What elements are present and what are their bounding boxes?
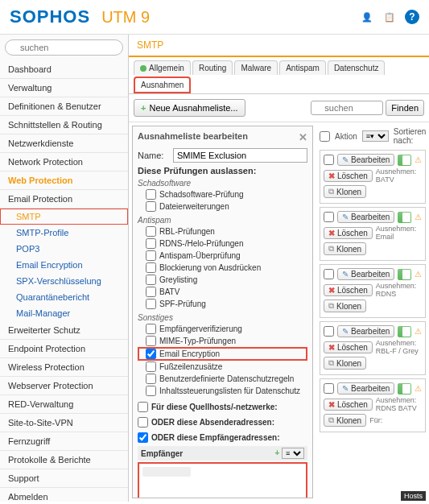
nav-site-vpn[interactable]: Site-to-Site-VPN [0, 414, 128, 432]
delete-button[interactable]: ✖Löschen [324, 341, 373, 353]
item-meta: Ausnehmen: RBL-F / Grey [376, 339, 422, 355]
tab-datenschutz[interactable]: Datenschutz [328, 60, 386, 75]
help-icon[interactable]: ? [405, 10, 419, 24]
toolbar-search-input[interactable] [311, 101, 383, 115]
clone-icon: ⧉ [328, 415, 334, 425]
name-label: Name: [138, 151, 170, 160]
chk-cc-lists[interactable]: Inhaltssteuerungslisten für Datenschutz [138, 385, 307, 397]
action-menu[interactable]: ≡▾ [362, 130, 389, 142]
clone-button[interactable]: ⧉Klonen [324, 185, 366, 198]
chk-batv[interactable]: BATV [138, 286, 307, 298]
delete-button[interactable]: ✖Löschen [324, 399, 373, 411]
edit-button[interactable]: ✎Bearbeiten [337, 382, 394, 395]
nav-erweiterter-schutz[interactable]: Erweiterter Schutz [0, 321, 128, 340]
nav-protokolle[interactable]: Protokolle & Berichte [0, 451, 128, 469]
clone-icon: ⧉ [328, 187, 334, 196]
tab-allgemein[interactable]: Allgemein [134, 60, 191, 75]
subnav-mail-manager[interactable]: Mail-Manager [0, 305, 128, 321]
nav-dashboard[interactable]: Dashboard [0, 60, 128, 79]
new-exception-label: Neue Ausnahmeliste... [149, 103, 237, 113]
subnav-spx[interactable]: SPX-Verschlüsselung [0, 273, 128, 289]
name-input[interactable] [173, 148, 307, 163]
nav-wireless-protection[interactable]: Wireless Protection [0, 358, 128, 377]
new-exception-button[interactable]: +Neue Ausnahmeliste... [134, 99, 245, 117]
enable-toggle[interactable] [398, 326, 411, 337]
find-button[interactable]: Finden [386, 100, 424, 116]
item-checkbox[interactable] [324, 383, 334, 394]
close-icon[interactable]: ✕ [299, 131, 307, 143]
chk-email-encryption[interactable]: Email Encryption [138, 347, 307, 361]
recipient-menu[interactable]: ≡ [282, 448, 304, 459]
tab-ausnahmen[interactable]: Ausnahmen [134, 76, 191, 93]
logo: SOPHOS [10, 6, 90, 27]
or-recipient-row[interactable]: ODER diese Empfängeradressen: [138, 432, 307, 443]
subnav-email-encryption[interactable]: Email Encryption [0, 257, 128, 273]
enable-toggle[interactable] [398, 212, 411, 223]
nav-verwaltung[interactable]: Verwaltung [0, 79, 128, 97]
nav-netzwerkdienste[interactable]: Netzwerkdienste [0, 134, 128, 153]
recipient-list-box[interactable] [138, 462, 307, 498]
or-sender-row[interactable]: ODER diese Absenderadressen: [138, 417, 307, 428]
nav-abmelden[interactable]: Abmelden [0, 488, 128, 502]
nav-web-protection[interactable]: Web Protection [0, 171, 128, 190]
item-checkbox[interactable] [324, 326, 334, 337]
recipient-entry[interactable] [142, 467, 191, 477]
chk-malware-av[interactable]: Schadsoftware-Prüfung [138, 188, 307, 200]
chk-antispam-check[interactable]: Antispam-Überprüfung [138, 250, 307, 262]
warning-icon: ⚠ [415, 384, 422, 394]
item-checkbox[interactable] [324, 155, 334, 165]
for-hosts-row[interactable]: Für diese Quellhosts/-netzwerke: [138, 402, 307, 412]
chk-recipient-verify[interactable]: Empfängerverifizierung [138, 323, 307, 335]
enable-toggle[interactable] [398, 383, 411, 395]
subnav-smtp[interactable]: SMTP [0, 209, 128, 225]
panel-title: Ausnahmeliste bearbeiten [138, 131, 248, 143]
delete-button[interactable]: ✖Löschen [324, 284, 373, 296]
tab-routing[interactable]: Routing [192, 60, 233, 75]
chk-greylisting[interactable]: Greylisting [138, 274, 307, 286]
nav-definitionen[interactable]: Definitionen & Benutzer [0, 97, 128, 116]
chk-mime[interactable]: MIME-Typ-Prüfungen [138, 335, 307, 347]
subnav-quarantaene[interactable]: Quarantänebericht [0, 289, 128, 305]
delete-button[interactable]: ✖Löschen [324, 227, 373, 239]
nav-network-protection[interactable]: Network Protection [0, 153, 128, 171]
chk-rdns[interactable]: RDNS-/Helo-Prüfungen [138, 238, 307, 250]
nav-red-verwaltung[interactable]: RED-Verwaltung [0, 395, 128, 414]
select-all-checkbox[interactable] [320, 131, 330, 142]
chk-expr-block[interactable]: Blockierung von Ausdrücken [138, 262, 307, 274]
clone-button[interactable]: ⧉Klonen [324, 300, 366, 312]
chk-file-ext[interactable]: Dateierweiterungen [138, 200, 307, 213]
clone-button[interactable]: ⧉Klonen [324, 242, 366, 255]
nav-fernzugriff[interactable]: Fernzugriff [0, 432, 128, 451]
edit-button[interactable]: ✎Bearbeiten [337, 154, 394, 166]
item-checkbox[interactable] [324, 212, 334, 222]
edit-button[interactable]: ✎Bearbeiten [337, 268, 394, 280]
subnav-smtp-profile[interactable]: SMTP-Profile [0, 225, 128, 241]
clipboard-icon[interactable]: 📋 [382, 10, 397, 24]
user-icon[interactable]: 👤 [360, 10, 374, 24]
chk-spf[interactable]: SPF-Prüfung [138, 298, 307, 310]
item-checkbox[interactable] [324, 269, 334, 279]
tab-malware[interactable]: Malware [234, 60, 278, 75]
tab-antispam[interactable]: Antispam [279, 60, 326, 75]
edit-button[interactable]: ✎Bearbeiten [337, 211, 394, 223]
delete-button[interactable]: ✖Löschen [324, 170, 373, 182]
enable-toggle[interactable] [398, 155, 411, 166]
chk-dlp-rules[interactable]: Benutzerdefinierte Datenschutzregeln [138, 373, 307, 385]
add-recipient-icon[interactable]: + [274, 448, 279, 457]
edit-button[interactable]: ✎Bearbeiten [337, 325, 394, 337]
clone-button[interactable]: ⧉Klonen [324, 357, 366, 370]
clone-icon: ⧉ [328, 301, 334, 311]
subnav-pop3[interactable]: POP3 [0, 241, 128, 257]
chk-footer[interactable]: Fußzeilenzusätze [138, 361, 307, 373]
nav-webserver-protection[interactable]: Webserver Protection [0, 377, 128, 395]
nav-schnittstellen[interactable]: Schnittstellen & Routing [0, 116, 128, 134]
enable-toggle[interactable] [398, 269, 411, 280]
chk-rbl[interactable]: RBL-Prüfungen [138, 225, 307, 238]
sidebar-search-input[interactable] [5, 39, 123, 56]
nav-support[interactable]: Support [0, 469, 128, 488]
clone-button[interactable]: ⧉Klonen [324, 414, 366, 427]
nav-endpoint-protection[interactable]: Endpoint Protection [0, 340, 128, 358]
app-header: SOPHOS UTM 9 👤 📋 ? [0, 0, 429, 35]
recipient-header: Empfänger + ≡ [138, 446, 307, 461]
nav-email-protection[interactable]: Email Protection [0, 190, 128, 209]
